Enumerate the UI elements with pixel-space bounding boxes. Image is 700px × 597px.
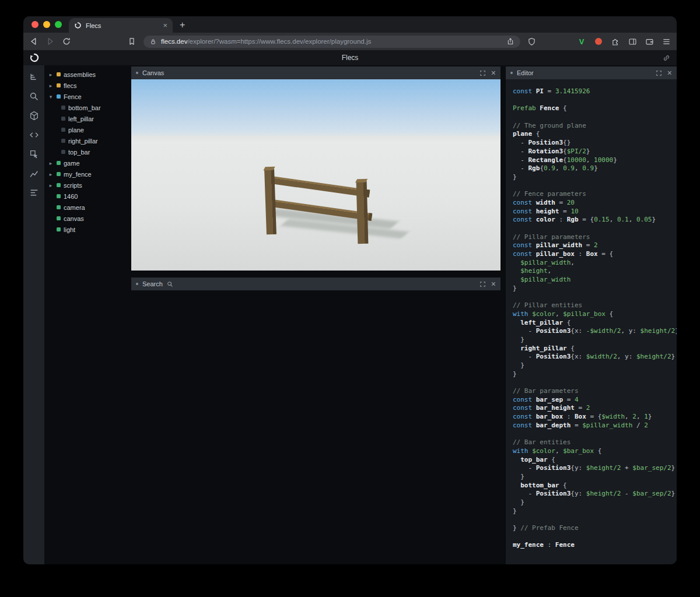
code-line: const height = 10 [513, 208, 672, 216]
reload-button[interactable] [62, 37, 71, 46]
tree-button[interactable] [27, 70, 41, 84]
entity-kind-icon [61, 128, 65, 132]
search-button[interactable] [27, 89, 41, 103]
tree-item-assemblies[interactable]: ▸assemblies [44, 69, 130, 80]
code-line: - Position3{y: $height/2 - $bar_sep/2} [513, 490, 672, 498]
code-button[interactable] [27, 128, 41, 142]
flecs-logo-icon[interactable] [29, 52, 40, 63]
tree-expand-arrow-icon[interactable]: ▸ [48, 182, 54, 188]
code-line: // Pillar entities [513, 301, 672, 310]
code-line: bottom_bar { [513, 482, 672, 490]
tree-item-Fence[interactable]: ▾Fence [44, 91, 130, 102]
tree-item-left_pillar[interactable]: left_pillar [44, 113, 130, 124]
canvas-3d-viewport[interactable] [131, 79, 501, 271]
address-bar[interactable]: flecs.dev/explorer/?wasm=https://www.fle… [144, 36, 520, 48]
expand-icon[interactable] [480, 70, 486, 76]
tree-item-my_fence[interactable]: ▸my_fence [44, 168, 130, 180]
code-line: const bar_sep = 4 [513, 396, 672, 405]
new-tab-button[interactable]: + [180, 20, 185, 30]
tree-expand-arrow-icon[interactable]: ▸ [48, 160, 54, 166]
code-line [513, 182, 672, 191]
tree-item-scripts[interactable]: ▸scripts [44, 180, 130, 191]
tree-item-right_pillar[interactable]: right_pillar [44, 135, 130, 146]
menu-icon[interactable] [662, 37, 671, 46]
code-line: } [513, 498, 672, 507]
editor-code[interactable]: const PI = 3.1415926 Prefab Fence { // T… [506, 79, 677, 564]
entity-kind-icon [61, 117, 65, 121]
code-line: // Fence parameters [513, 190, 672, 199]
close-icon[interactable]: × [667, 69, 672, 77]
wallet-icon[interactable] [645, 37, 654, 46]
expand-icon[interactable] [656, 70, 662, 76]
expand-icon[interactable] [480, 281, 486, 287]
inspect-button[interactable] [27, 147, 41, 161]
canvas-panel-actions: × [480, 69, 496, 77]
code-line: const PI = 3.1415926 [513, 87, 672, 96]
back-button[interactable] [29, 37, 38, 46]
code-line: with $color, $bar_box { [513, 447, 672, 456]
share-icon[interactable] [506, 37, 514, 45]
search-panel-actions: × [480, 280, 496, 288]
tree-icon [29, 72, 39, 82]
tree-item-flecs[interactable]: ▸flecs [44, 80, 130, 91]
code-line [513, 113, 672, 122]
adblock-extension-icon[interactable] [594, 37, 603, 46]
tree-item-1460[interactable]: 1460 [44, 191, 130, 202]
code-line: // The ground plane [513, 122, 672, 131]
window-zoom-button[interactable] [55, 21, 62, 28]
tab-close-icon[interactable]: × [163, 22, 167, 29]
code-line: - Rgb{0.9, 0.9, 0.9} [513, 164, 672, 173]
entity-kind-icon [61, 150, 65, 154]
tree-item-canvas[interactable]: canvas [44, 213, 130, 224]
tab-strip: Flecs × + [23, 16, 677, 33]
tab-title: Flecs [86, 22, 159, 29]
tree-item-light[interactable]: light [44, 224, 130, 235]
inspect-icon [29, 149, 39, 159]
window-close-button[interactable] [32, 21, 38, 28]
entity-kind-icon [57, 72, 61, 76]
chart-button[interactable] [27, 166, 41, 180]
tree-item-top_bar[interactable]: top_bar [44, 146, 130, 157]
code-line: - Position3{x: $width/2, y: $height/2} [513, 353, 672, 361]
tree-item-game[interactable]: ▸game [44, 157, 130, 168]
url-text: flecs.dev/explorer/?wasm=https://www.fle… [161, 38, 502, 45]
tree-expand-arrow-icon[interactable]: ▸ [48, 72, 54, 78]
entity-kind-icon [61, 106, 65, 110]
icon-rail [23, 65, 44, 564]
bookmark-icon[interactable] [127, 37, 136, 46]
tree-expand-arrow-icon[interactable]: ▸ [48, 83, 54, 89]
tree-item-label: plane [68, 127, 84, 134]
cube-button[interactable] [27, 108, 41, 122]
browser-tab[interactable]: Flecs × [69, 18, 173, 33]
center-column: Canvas × [130, 65, 502, 564]
share-link-icon[interactable] [662, 54, 671, 62]
tree-item-bottom_bar[interactable]: bottom_bar [44, 102, 130, 113]
editor-panel-header: Editor × [506, 66, 677, 79]
code-line: } [513, 370, 672, 379]
close-icon[interactable]: × [491, 69, 496, 77]
url-path: /explorer/?wasm=https://www.flecs.dev/ex… [187, 38, 371, 45]
stats-button[interactable] [27, 185, 41, 199]
tree-item-camera[interactable]: camera [44, 202, 130, 213]
shield-icon[interactable] [527, 37, 536, 46]
extension-icons: V [577, 37, 671, 46]
tree-item-label: Fence [64, 93, 82, 100]
tree-expand-arrow-icon[interactable]: ▸ [48, 171, 54, 177]
editor-panel: Editor × const PI = 3.1415926 Prefab Fen… [506, 65, 677, 564]
extensions-puzzle-icon[interactable] [611, 37, 620, 46]
code-line: plane { [513, 130, 672, 139]
tree-expand-arrow-icon[interactable]: ▾ [48, 94, 54, 100]
code-line: - Rectangle{10000, 10000} [513, 156, 672, 165]
vpn-extension-icon[interactable]: V [577, 37, 586, 46]
forward-button[interactable] [46, 37, 55, 46]
code-line: $pillar_width, [513, 259, 672, 268]
tree-item-label: right_pillar [68, 138, 98, 145]
canvas-panel-header: Canvas × [131, 66, 501, 79]
flecs-favicon-icon [74, 22, 82, 29]
sidebar-toggle-icon[interactable] [628, 37, 637, 46]
entity-kind-icon [57, 194, 61, 198]
tree-item-plane[interactable]: plane [44, 124, 130, 135]
window-minimize-button[interactable] [43, 21, 50, 28]
close-icon[interactable]: × [491, 280, 496, 288]
entity-kind-icon [57, 94, 61, 99]
